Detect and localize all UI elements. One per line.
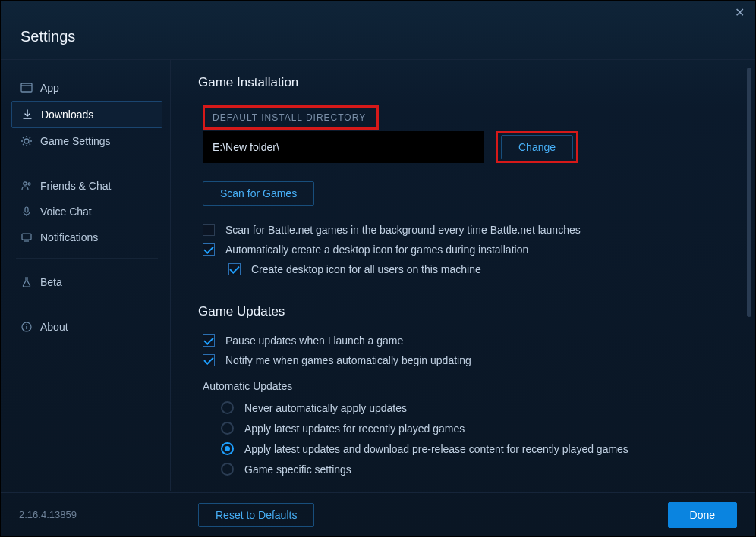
version-label: 2.16.4.13859	[19, 509, 189, 520]
main-panel: Game Installation DEFAULT INSTALL DIRECT…	[171, 60, 755, 491]
radio-latest-recent[interactable]	[221, 422, 234, 435]
sidebar-item-label: Game Settings	[40, 135, 111, 147]
radio-never[interactable]	[221, 401, 234, 414]
checkbox-label: Notify me when games automatically begin…	[225, 354, 471, 366]
sidebar-item-label: App	[40, 82, 59, 94]
mic-icon	[20, 206, 33, 218]
change-button[interactable]: Change	[501, 135, 573, 159]
sidebar-item-app[interactable]: App	[11, 75, 162, 101]
bell-icon	[20, 231, 33, 243]
body: App Downloads Game Settings Friends & Ch…	[1, 59, 755, 491]
settings-window: ✕ Settings App Downloads Game Settings F…	[0, 0, 756, 537]
svg-point-4	[28, 183, 30, 185]
scan-for-games-button[interactable]: Scan for Games	[203, 181, 314, 206]
checkbox-label: Automatically create a desktop icon for …	[225, 243, 528, 256]
sidebar-item-about[interactable]: About	[11, 314, 162, 340]
radio-label: Game specific settings	[244, 463, 351, 476]
sidebar-item-game-settings[interactable]: Game Settings	[11, 128, 162, 154]
scrollbar-thumb[interactable]	[747, 68, 751, 317]
checkbox-all-users[interactable]	[228, 263, 241, 275]
sidebar-item-label: About	[40, 321, 68, 333]
checkbox-label: Scan for Battle.net games in the backgro…	[225, 224, 581, 236]
checkbox-auto-desktop-icon[interactable]	[203, 243, 215, 256]
checkbox-label: Create desktop icon for all users on thi…	[251, 263, 481, 275]
sidebar-item-label: Downloads	[41, 108, 93, 121]
friends-icon	[20, 180, 33, 192]
checkbox-notify-updates[interactable]	[203, 354, 215, 366]
gear-icon	[20, 135, 33, 147]
page-title: Settings	[20, 28, 736, 46]
svg-point-2	[24, 139, 29, 143]
sidebar-item-label: Beta	[40, 276, 62, 288]
sidebar-item-beta[interactable]: Beta	[11, 269, 162, 295]
scrollbar[interactable]	[746, 68, 752, 484]
titlebar: ✕	[1, 1, 755, 24]
header: Settings	[1, 24, 755, 59]
download-icon	[21, 108, 33, 121]
svg-rect-6	[22, 234, 31, 240]
radio-label: Never automatically apply updates	[244, 402, 407, 414]
svg-point-3	[24, 182, 27, 185]
reset-defaults-button[interactable]: Reset to Defaults	[198, 503, 314, 527]
highlight-default-dir: DEFAULT INSTALL DIRECTORY	[203, 105, 379, 130]
radio-label: Apply latest updates for recently played…	[244, 422, 465, 435]
sidebar: App Downloads Game Settings Friends & Ch…	[1, 60, 171, 491]
svg-rect-5	[25, 207, 28, 212]
svg-point-9	[26, 324, 27, 325]
divider	[16, 258, 158, 259]
checkbox-label: Pause updates when I launch a game	[225, 334, 403, 347]
flask-icon	[20, 276, 33, 288]
checkbox-pause-updates[interactable]	[203, 334, 215, 347]
default-dir-label: DEFAULT INSTALL DIRECTORY	[205, 108, 373, 127]
sidebar-item-downloads[interactable]: Downloads	[11, 101, 162, 128]
radio-game-specific[interactable]	[221, 463, 234, 476]
sidebar-item-friends[interactable]: Friends & Chat	[11, 173, 162, 199]
done-button[interactable]: Done	[668, 502, 737, 528]
checkbox-scan-background[interactable]	[203, 224, 215, 236]
highlight-change: Change	[496, 131, 578, 163]
info-icon	[20, 321, 33, 333]
section-title-updates: Game Updates	[198, 304, 728, 319]
radio-prerelease[interactable]	[221, 442, 234, 455]
auto-updates-label: Automatic Updates	[203, 380, 728, 392]
svg-rect-0	[21, 83, 32, 92]
section-title-install: Game Installation	[198, 75, 728, 90]
footer: 2.16.4.13859 Reset to Defaults Done	[1, 492, 755, 536]
app-icon	[20, 82, 33, 94]
divider	[16, 162, 158, 162]
sidebar-item-label: Notifications	[40, 231, 98, 243]
sidebar-item-voice[interactable]: Voice Chat	[11, 199, 162, 225]
sidebar-item-label: Voice Chat	[40, 206, 92, 218]
close-icon[interactable]: ✕	[735, 5, 745, 20]
install-directory-input[interactable]	[203, 131, 484, 163]
radio-label: Apply latest updates and download pre-re…	[244, 443, 628, 455]
sidebar-item-notifications[interactable]: Notifications	[11, 225, 162, 250]
divider	[16, 303, 158, 303]
sidebar-item-label: Friends & Chat	[40, 180, 111, 192]
